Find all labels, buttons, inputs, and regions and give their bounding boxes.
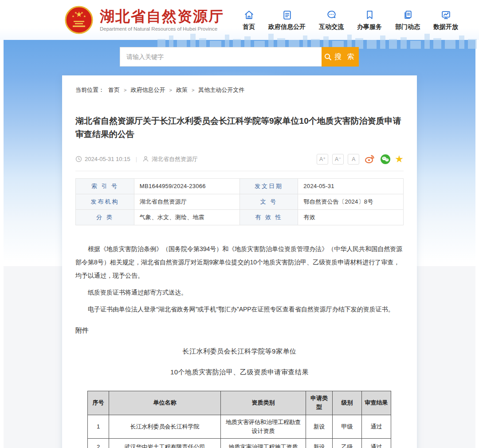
- page: ★ ★ ★ ★ ★ 湖北省自然资源厅 Department of Natural…: [0, 0, 479, 448]
- doc-meta-value: 气象、水文、测绘、地震: [134, 209, 240, 225]
- table-header-cell: 单位名称: [109, 391, 221, 415]
- brand-text: 湖北省自然资源厅 Department of Natural Resources…: [100, 8, 224, 31]
- site-title: 湖北省自然资源厅: [100, 8, 224, 24]
- font-decrease-button[interactable]: A⁻: [332, 154, 344, 165]
- doc-meta-label: 发文日期: [240, 178, 298, 194]
- doc-meta-label: 有 效 性: [240, 209, 298, 225]
- table-cell: 1: [88, 415, 109, 438]
- table-row: 1长江水利委员会长江科学院地质灾害评估和治理工程勘查设计资质新设甲级通过: [88, 415, 391, 438]
- font-reset-button[interactable]: A: [348, 154, 359, 165]
- nav-item-home[interactable]: 首页: [243, 9, 255, 31]
- publish-datetime: 2024-05-31 10:15: [85, 156, 130, 162]
- table-header-cell: 序号: [88, 391, 109, 415]
- site-brand[interactable]: ★ ★ ★ ★ ★ 湖北省自然资源厅 Department of Natural…: [64, 5, 224, 35]
- svg-text:★: ★: [81, 11, 83, 14]
- nav-item-label: 办事服务: [357, 23, 382, 31]
- nav-item-info[interactable]: 政府信息公开: [268, 9, 306, 31]
- table-row: 2武汉华中岩土工程有限责任公司地质灾害治理工程施工资质新设乙级通过: [88, 438, 391, 448]
- site-header: ★ ★ ★ ★ ★ 湖北省自然资源厅 Department of Natural…: [0, 0, 479, 40]
- doc-meta-row: 索 引 号MB1644959/2024-23066发文日期2024-05-31: [76, 178, 404, 194]
- table-header-cell: 申请类型: [306, 391, 333, 415]
- nav-item-label: 首页: [243, 23, 255, 31]
- site-subtitle: Department of Natural Resources of Hubei…: [100, 26, 224, 31]
- breadcrumb-label: 当前位置：: [75, 86, 104, 94]
- body-paragraph: 电子证书由单位法人登录“湖北省政务网”或手机“鄂汇办”APP在证照专区查看省自然…: [75, 303, 404, 316]
- table-header-cell: 级别: [333, 391, 362, 415]
- breadcrumb-item[interactable]: 首页: [108, 86, 120, 94]
- svg-text:★: ★: [83, 15, 86, 18]
- content-card: 当前位置： 首页>政府信息公开>政策>其他主动公开文件 湖北省自然资源厅关于长江…: [62, 75, 417, 448]
- pages-icon: [402, 9, 413, 21]
- doc-meta-label: 文 号: [240, 194, 298, 209]
- search-button-label: 搜 索: [334, 52, 356, 62]
- article-meta-row: 2024-05-31 10:15 | 湖北省自然资源厅 A⁺A⁻A: [75, 154, 404, 171]
- review-results-table: 序号单位名称资质类别申请类型级别审查结果 1长江水利委员会长江科学院地质灾害评估…: [87, 391, 391, 448]
- meta-divider: |: [136, 156, 137, 162]
- wechat-share-icon[interactable]: [380, 154, 391, 165]
- nav-item-data[interactable]: 数据开放: [433, 9, 458, 31]
- nav-item-label: 数据开放: [433, 23, 458, 31]
- nav-item-service[interactable]: 办事服务: [357, 9, 382, 31]
- chat-icon: [326, 9, 337, 21]
- home-icon: [243, 9, 255, 21]
- breadcrumb-separator: >: [169, 87, 172, 93]
- bookmark-icon: [364, 9, 375, 21]
- body-paragraph: 根据《地质灾害防治条例》（国务院令第394号）和《地质灾害防治单位资质管理办法》…: [75, 242, 404, 282]
- table-cell: 乙级: [333, 438, 362, 448]
- table-header-row: 序号单位名称资质类别申请类型级别审查结果: [88, 391, 391, 415]
- table-header-cell: 审查结果: [362, 391, 391, 415]
- table-header-cell: 资质类别: [221, 391, 306, 415]
- table-cell: 新设: [306, 438, 333, 448]
- svg-text:★: ★: [75, 11, 77, 14]
- attachment-title-line1: 长江水利委员会长江科学院等9家单位: [75, 347, 404, 356]
- article-source: 湖北省自然资源厅: [152, 155, 198, 163]
- body-paragraph: 纸质资质证书将通过邮寄方式送达。: [75, 286, 404, 299]
- doc-meta-value: 2024-05-31: [298, 178, 404, 194]
- breadcrumb-item: 其他主动公开文件: [198, 86, 244, 94]
- table-cell: 新设: [306, 415, 333, 438]
- doc-meta-row: 发布机构湖北省自然资源厅文 号鄂自然资公告〔2024〕8号: [76, 194, 404, 209]
- article-title: 湖北省自然资源厅关于长江水利委员会长江科学院等9家单位10个地质灾害防治资质申请…: [75, 114, 404, 141]
- nav-item-news[interactable]: 部门动态: [395, 9, 420, 31]
- table-cell: 地质灾害评估和治理工程勘查设计资质: [221, 415, 306, 438]
- breadcrumb: 当前位置： 首页>政府信息公开>政策>其他主动公开文件: [75, 75, 404, 94]
- source-icon: [142, 156, 149, 162]
- doc-meta-row: 分 类气象、水文、测绘、地震有 效 性有效: [76, 209, 404, 225]
- attachment-title-line2: 10个地质灾害防治甲、乙级资质申请审查结果: [75, 368, 404, 377]
- article-body: 根据《地质灾害防治条例》（国务院令第394号）和《地质灾害防治单位资质管理办法》…: [75, 242, 404, 316]
- table-cell: 地质灾害治理工程施工资质: [221, 438, 306, 448]
- table-cell: 武汉华中岩土工程有限责任公司: [109, 438, 221, 448]
- main-nav: 首页政府信息公开互动交流办事服务部门动态数据开放: [243, 9, 458, 31]
- doc-meta-label: 分 类: [76, 209, 134, 225]
- search-icon: [324, 53, 332, 61]
- weibo-share-icon[interactable]: [365, 154, 375, 164]
- nav-item-interact[interactable]: 互动交流: [319, 9, 344, 31]
- attachment-label: 附件: [75, 326, 404, 335]
- nav-item-label: 部门动态: [395, 23, 420, 31]
- doc-meta-value: 鄂自然资公告〔2024〕8号: [298, 194, 404, 209]
- table-cell: 长江水利委员会长江科学院: [109, 415, 221, 438]
- table-cell: 甲级: [333, 415, 362, 438]
- breadcrumb-item[interactable]: 政府信息公开: [130, 86, 165, 94]
- doc-meta-label: 索 引 号: [76, 178, 134, 194]
- document-icon: [282, 9, 293, 21]
- breadcrumb-separator: >: [124, 87, 126, 93]
- doc-meta-label: 发布机构: [76, 194, 134, 209]
- doc-meta-value: 有效: [298, 209, 404, 225]
- search-bar: 搜 索: [120, 47, 359, 67]
- national-emblem-logo: ★ ★ ★ ★ ★: [64, 5, 94, 35]
- nav-item-label: 互动交流: [319, 23, 344, 31]
- favorite-star-icon[interactable]: ★: [395, 154, 404, 164]
- search-input[interactable]: [120, 47, 322, 67]
- table-cell: 通过: [362, 438, 391, 448]
- table-cell: 2: [88, 438, 109, 448]
- nav-item-label: 政府信息公开: [268, 23, 306, 31]
- search-button[interactable]: 搜 索: [322, 47, 359, 67]
- table-cell: 通过: [362, 415, 391, 438]
- breadcrumb-item[interactable]: 政策: [176, 86, 188, 94]
- font-increase-button[interactable]: A⁺: [317, 154, 328, 165]
- data-screen-icon: [440, 9, 452, 21]
- clock-icon: [75, 156, 82, 162]
- document-metadata-table: 索 引 号MB1644959/2024-23066发文日期2024-05-31发…: [75, 178, 404, 225]
- svg-text:★: ★: [72, 15, 75, 18]
